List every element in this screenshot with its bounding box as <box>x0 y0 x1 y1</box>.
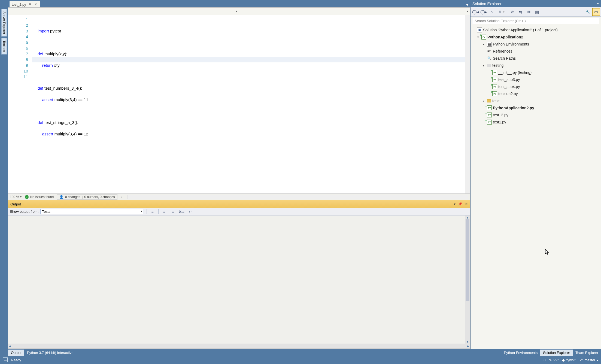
output-panel: Output ▾ 📌 ✕ Show output from: Tests <box>8 200 470 348</box>
preview-selected-icon[interactable]: ▭ <box>592 8 600 16</box>
solution-explorer-search-input[interactable] <box>472 18 599 24</box>
status-bar: ▭ Ready ↑ 0 ✎ 99* ◆ tywhit ⎇ master ▴ <box>0 356 601 364</box>
back-icon[interactable]: ◯◂ <box>472 8 479 16</box>
solution-explorer-tab[interactable]: Solution Explorer <box>540 350 573 356</box>
scroll-left-icon[interactable]: ◀ <box>8 344 12 348</box>
python-file-icon: PY <box>492 70 497 75</box>
upload-icon: ↑ <box>540 358 542 362</box>
output-text-area[interactable]: ▲ ▼ ◀ ▶ <box>8 216 470 348</box>
solution-explorer-header: Solution Explorer ▾ <box>470 0 601 7</box>
output-tab[interactable]: Output <box>8 350 24 356</box>
toggle-wrap-icon[interactable]: ↵ <box>187 209 193 215</box>
output-horizontal-scrollbar[interactable]: ◀ ▶ <box>8 344 470 348</box>
python-environments-tab[interactable]: Python Environments <box>501 350 541 356</box>
python-project-icon: PY <box>481 35 486 40</box>
file-sub4[interactable]: ▸PY test_sub4.py <box>471 83 601 90</box>
solution-explorer-title: Solution Explorer <box>472 2 502 6</box>
file-app[interactable]: ▸PY PythonApplication2.py <box>471 104 601 111</box>
file-testsub2[interactable]: ▸PY testsub2.py <box>471 90 601 97</box>
properties-icon[interactable]: 🔧 <box>584 8 592 16</box>
team-explorer-tab[interactable]: Team Explorer <box>573 350 601 356</box>
code-editor[interactable]: 1 2 3 4 5 6 7 8 9 10 11 import pytest de… <box>8 15 470 193</box>
search-paths-node[interactable]: ▸🔍 Search Paths <box>471 55 601 62</box>
solution-node[interactable]: ▸▣ Solution 'PythonApplication2' (1 of 1… <box>471 26 601 34</box>
folder-icon <box>487 64 491 67</box>
refresh-icon[interactable]: ⟳ <box>509 8 516 16</box>
collapse-icon[interactable]: ⇆ <box>517 8 524 16</box>
folder-icon <box>487 99 491 102</box>
next-icon[interactable]: ≡ <box>170 209 176 215</box>
project-node[interactable]: ▾PY PythonApplication2 <box>471 34 601 41</box>
document-tab-title: test_2.py <box>12 2 26 7</box>
check-icon: ✓ <box>25 195 29 199</box>
pending-changes-button[interactable]: ✎ 99* <box>549 358 559 362</box>
python-file-icon: PY <box>492 91 497 96</box>
solution-explorer-toolbar: ◯◂ ◯▸ ⌂ 🗎▾ ⟳ ⇆ ⧉ ▦ 🔧 ▭ <box>471 7 601 17</box>
scroll-right-icon[interactable]: ▶ <box>466 344 470 348</box>
line-number-gutter: 1 2 3 4 5 6 7 8 9 10 11 <box>8 15 32 193</box>
output-source-dropdown[interactable]: Tests <box>40 209 144 214</box>
server-explorer-tab[interactable]: Server Explorer <box>1 9 7 37</box>
pin-tab-icon[interactable]: ⚲ <box>28 3 32 6</box>
editor-vertical-scrollbar[interactable] <box>465 15 470 193</box>
solution-explorer-panel: ◯◂ ◯▸ ⌂ 🗎▾ ⟳ ⇆ ⧉ ▦ 🔧 ▭ ▸▣ Solution 'Pyth… <box>470 7 601 349</box>
folder-tests-node[interactable]: ▸ tests <box>471 97 601 104</box>
file-sub3[interactable]: ▸PY test_sub3.py <box>471 76 601 83</box>
editor-member-dropdown[interactable]: ▾ <box>239 8 470 15</box>
copy-icon[interactable]: ⧉ <box>525 8 533 16</box>
pin-icon[interactable]: 📌 <box>458 202 462 206</box>
file-init[interactable]: ▸PY __init__.py (testing) <box>471 69 601 76</box>
repo-button[interactable]: ◆ tywhit <box>562 358 575 362</box>
issues-indicator[interactable]: ✓ No issues found <box>25 195 54 199</box>
clear-all-icon[interactable]: ✖≡ <box>179 209 185 215</box>
indent-left-icon[interactable]: ≡ <box>150 209 156 215</box>
code-text[interactable]: import pytest def multiply(x,y): return … <box>32 15 465 193</box>
python-environments-node[interactable]: ▸▦ Python Environments <box>471 41 601 48</box>
editor-status-bar: 100 %▾ ✓ No issues found 👤 0 changes | 0… <box>8 193 470 200</box>
scroll-up-icon[interactable]: ▲ <box>465 216 470 219</box>
python-file-icon: PY <box>487 105 492 110</box>
pencil-icon: ✎ <box>549 358 552 362</box>
python-file-icon: PY <box>487 120 492 125</box>
folder-testing-node[interactable]: ▾ testing <box>471 62 601 69</box>
close-icon[interactable]: ✕ <box>465 202 468 206</box>
branch-button[interactable]: ⎇ master ▴ <box>579 358 598 362</box>
repo-icon: ◆ <box>562 358 565 362</box>
file-test2[interactable]: ▸PY test_2.py <box>471 111 601 119</box>
environments-icon: ▦ <box>487 42 492 47</box>
references-node[interactable]: ▸■□ References <box>471 48 601 55</box>
output-title: Output <box>10 202 21 206</box>
current-line-highlight <box>32 57 465 62</box>
close-tab-icon[interactable]: ✕ <box>34 3 38 6</box>
chevron-right-icon[interactable]: ▸ <box>121 195 122 199</box>
sync-view-icon[interactable]: 🗎 <box>496 8 504 16</box>
home-icon[interactable]: ⌂ <box>488 8 496 16</box>
publish-button[interactable]: ↑ 0 <box>540 358 546 362</box>
python-file-icon: PY <box>492 84 497 89</box>
python-interactive-tab[interactable]: Python 3.7 (64-bit) Interactive <box>24 350 76 356</box>
toolbox-tab[interactable]: Toolbox <box>1 38 7 54</box>
codelens-changes[interactable]: 👤 0 changes | 0 authors, 0 changes <box>57 194 117 200</box>
status-box-icon[interactable]: ▭ <box>3 357 8 362</box>
window-options-icon[interactable]: ▾ <box>454 202 456 206</box>
solution-explorer-tree[interactable]: ▸▣ Solution 'PythonApplication2' (1 of 1… <box>471 25 601 349</box>
forward-icon[interactable]: ◯▸ <box>480 8 487 16</box>
tab-overflow-icon[interactable]: ▾ <box>464 2 470 7</box>
caret-up-icon: ▴ <box>597 359 598 362</box>
status-ready: Ready <box>11 358 21 362</box>
references-icon: ■□ <box>487 49 492 54</box>
prev-icon[interactable]: ≡ <box>161 209 167 215</box>
file-test1[interactable]: ▸PY test1.py <box>471 119 601 126</box>
branch-icon: ⎇ <box>579 358 583 362</box>
show-all-icon[interactable]: ▦ <box>533 8 541 16</box>
document-tab[interactable]: test_2.py ⚲ ✕ <box>10 1 40 7</box>
editor-horizontal-scrollbar[interactable] <box>127 195 468 199</box>
scroll-down-icon[interactable]: ▼ <box>465 340 470 344</box>
person-icon: 👤 <box>59 195 63 199</box>
python-file-icon: PY <box>487 113 492 117</box>
output-vertical-scrollbar[interactable]: ▲ ▼ <box>465 216 470 344</box>
editor-scope-dropdown[interactable]: ▾ <box>8 8 239 15</box>
solution-explorer-window-menu-icon[interactable]: ▾ <box>597 2 599 5</box>
output-title-bar[interactable]: Output ▾ 📌 ✕ <box>8 200 470 208</box>
zoom-dropdown[interactable]: 100 %▾ <box>10 195 22 199</box>
